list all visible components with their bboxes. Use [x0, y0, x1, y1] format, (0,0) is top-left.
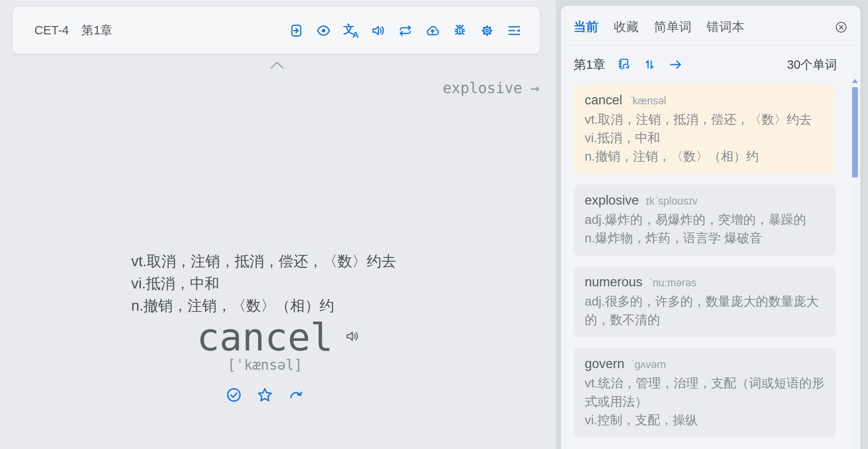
definition-line: vi.抵消，中和 [131, 272, 396, 294]
card-word: govern [585, 356, 624, 371]
card-definitions: adj.很多的，许多的，数量庞大的数量庞大的，数不清的 [585, 292, 825, 329]
scrollbar-thumb[interactable] [852, 87, 858, 177]
card-word: explosive [585, 193, 639, 208]
card-definitions: vt.取消，注销，抵消，偿还，〈数〉约去 vi.抵消，中和 n.撤销，注销，〈数… [585, 110, 825, 166]
next-word-label: explosive [443, 80, 522, 96]
definition-line: n.撤销，注销，〈数〉（相）约 [131, 294, 396, 317]
sidebar-scrollbar[interactable] [852, 73, 858, 449]
card-definitions: adj.爆炸的，易爆炸的，突增的，暴躁的 n.爆炸物，炸药，语言学 爆破音 [585, 210, 825, 247]
tab-current[interactable]: 当前 [573, 18, 599, 36]
chapter-row: 第1章 [561, 45, 860, 73]
tab-favorites[interactable]: 收藏 [614, 18, 639, 36]
word-action-bar [0, 387, 530, 403]
card-phonetic: ɪkˈsploʊsɪv [645, 195, 697, 207]
word-count: 30个单词 [787, 57, 837, 73]
redo-next-icon[interactable] [288, 387, 304, 403]
tab-easy-words[interactable]: 简单词 [654, 18, 692, 36]
current-word: cancel [197, 315, 333, 359]
word-card-numerous[interactable]: numerous ˈnu:mərəs adj.很多的，许多的，数量庞大的数量庞大… [574, 266, 836, 337]
current-word-row: cancel [0, 315, 530, 359]
card-phonetic: ˈnu:mərəs [649, 277, 697, 289]
card-definitions: vt.统治，管理，治理，支配（词或短语的形式或用法） vi.控制，支配，操纵 [585, 374, 825, 429]
word-card-cancel[interactable]: cancel ˈkænsəl vt.取消，注销，抵消，偿还，〈数〉约去 vi.抵… [574, 84, 836, 174]
word-card-explosive[interactable]: explosive ɪkˈsploʊsɪv adj.爆炸的，易爆炸的，突增的，暴… [574, 184, 836, 256]
card-word: cancel [585, 93, 622, 108]
star-favorite-icon[interactable] [257, 387, 273, 403]
word-card-govern[interactable]: govern ˈgʌvərn vt.统治，管理，治理，支配（词或短语的形式或用法… [574, 348, 836, 438]
arrow-right-glyph: → [531, 80, 539, 96]
sidebar-tabs: 当前 收藏 简单词 错词本 [561, 6, 860, 45]
chapter-label: 第1章 [573, 56, 606, 73]
scrollbar-up-arrow-icon[interactable] [852, 79, 858, 83]
next-word-peek[interactable]: explosive → [443, 80, 539, 96]
sort-icon[interactable] [642, 57, 658, 73]
word-card-list: cancel ˈkænsəl vt.取消，注销，抵消，偿还，〈数〉约去 vi.抵… [561, 73, 860, 438]
phonetic-label: [ˈkænsəl] [0, 357, 530, 373]
mark-known-icon[interactable] [225, 387, 242, 403]
card-phonetic: ˈgʌvərn [631, 358, 666, 371]
pronounce-speaker-icon[interactable] [345, 329, 360, 344]
card-phonetic: ˈkænsəl [629, 95, 666, 107]
word-list-sidebar: 当前 收藏 简单词 错词本 第1章 [561, 6, 860, 449]
close-icon[interactable] [834, 21, 848, 34]
chapter-refresh-icon[interactable] [616, 57, 632, 73]
card-word: numerous [585, 275, 643, 290]
tab-wrong-words[interactable]: 错词本 [707, 18, 744, 36]
definition-line: vt.取消，注销，抵消，偿还，〈数〉约去 [131, 250, 396, 272]
main-study-area: explosive → vt.取消，注销，抵消，偿还，〈数〉约去 vi.抵消，中… [0, 0, 557, 449]
word-definitions: vt.取消，注销，抵消，偿还，〈数〉约去 vi.抵消，中和 n.撤销，注销，〈数… [131, 250, 396, 317]
app-window: CET-4 第1章 文A [0, 0, 868, 449]
arrow-right-icon[interactable] [668, 57, 684, 73]
chevron-up-icon[interactable] [269, 60, 285, 71]
